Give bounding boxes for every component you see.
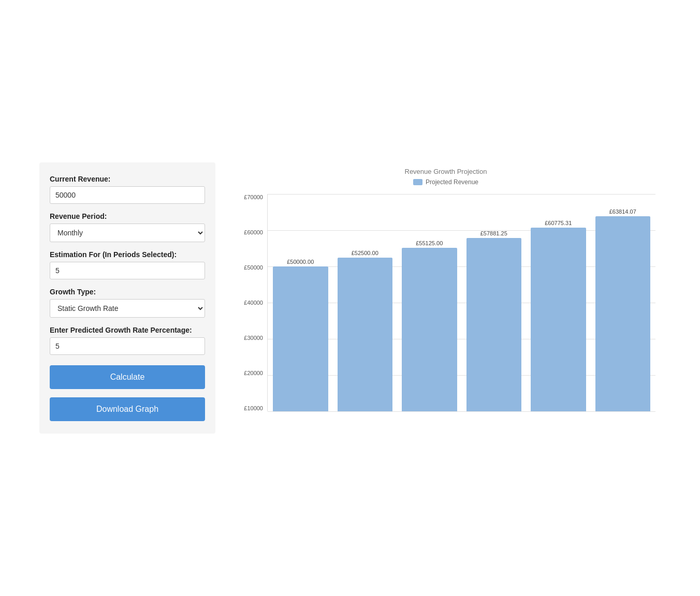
legend-label: Projected Revenue [426,178,478,186]
current-revenue-label: Current Revenue: [50,175,205,183]
revenue-period-field: Revenue Period: Monthly Quarterly Annual… [50,212,205,242]
growth-rate-label: Enter Predicted Growth Rate Percentage: [50,326,205,334]
y-axis: £70000£60000£50000£40000£30000£20000£100… [236,194,267,411]
main-container: Current Revenue: Revenue Period: Monthly… [39,162,661,434]
bar [402,248,457,411]
bars-row: £50000.00£52500.00£55125.00£57881.25£607… [268,194,655,411]
chart-legend: Projected Revenue [413,178,478,186]
bar-value-label: £60775.31 [545,220,572,226]
bar-wrapper: £52500.00 [338,194,393,411]
chart-title: Revenue Growth Projection [405,168,487,175]
estimation-field: Estimation For (In Periods Selected): [50,250,205,279]
bar-value-label: £63814.07 [609,208,636,215]
bar-wrapper: £57881.25 [466,194,522,411]
growth-rate-input[interactable] [50,337,205,355]
y-axis-label: £40000 [244,300,263,306]
growth-type-select[interactable]: Static Growth Rate Compound Growth Rate [50,299,205,318]
revenue-period-select[interactable]: Monthly Quarterly Annually [50,224,205,242]
growth-type-label: Growth Type: [50,288,205,296]
bar-wrapper: £55125.00 [402,194,457,411]
bar [338,258,393,412]
y-axis-label: £50000 [244,264,263,271]
estimation-input[interactable] [50,262,205,279]
current-revenue-field: Current Revenue: [50,175,205,204]
bar-value-label: £55125.00 [416,240,443,246]
form-panel: Current Revenue: Revenue Period: Monthly… [39,162,215,434]
download-button[interactable]: Download Graph [50,397,205,421]
bar [531,228,586,411]
bar-wrapper: £50000.00 [273,194,328,411]
y-axis-label: £60000 [244,229,263,235]
calculate-button[interactable]: Calculate [50,365,205,389]
bar-value-label: £52500.00 [352,250,378,256]
revenue-period-label: Revenue Period: [50,212,205,220]
y-axis-label: £20000 [244,370,263,376]
growth-rate-field: Enter Predicted Growth Rate Percentage: [50,326,205,355]
y-axis-label: £10000 [244,405,263,411]
bar-wrapper: £63814.07 [595,194,651,411]
bar [466,238,522,411]
y-axis-label: £30000 [244,335,263,341]
chart-area: £50000.00£52500.00£55125.00£57881.25£607… [267,194,655,411]
bar-value-label: £50000.00 [287,259,314,265]
bar-value-label: £57881.25 [480,230,507,236]
estimation-label: Estimation For (In Periods Selected): [50,250,205,259]
grid-line [268,411,655,412]
legend-color-box [413,179,422,185]
chart-panel: Revenue Growth Projection Projected Reve… [236,162,661,416]
growth-type-field: Growth Type: Static Growth Rate Compound… [50,288,205,318]
bar-wrapper: £60775.31 [531,194,586,411]
bar [595,216,651,411]
bar [273,266,328,411]
chart-wrapper: £70000£60000£50000£40000£30000£20000£100… [236,194,655,411]
y-axis-label: £70000 [244,194,263,200]
current-revenue-input[interactable] [50,186,205,204]
